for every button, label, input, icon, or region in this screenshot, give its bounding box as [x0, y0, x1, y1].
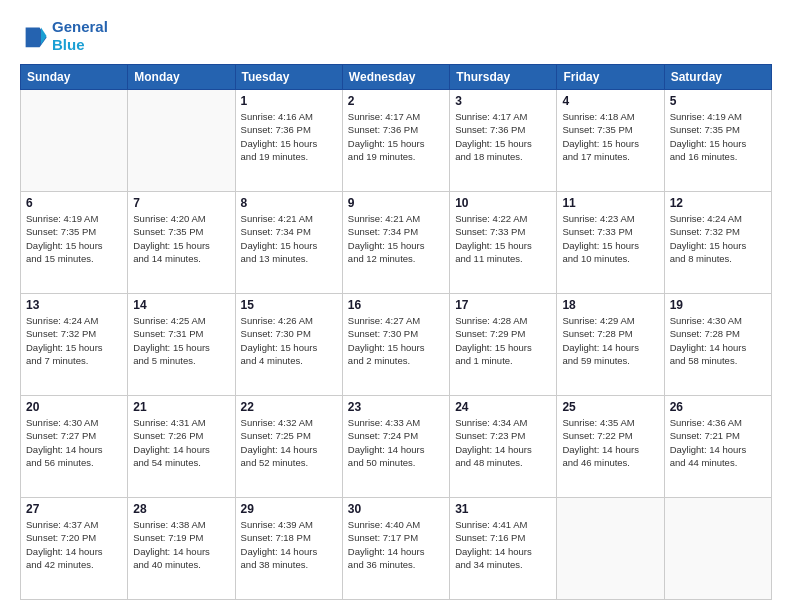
day-info: Sunrise: 4:38 AM Sunset: 7:19 PM Dayligh…: [133, 518, 229, 571]
day-number: 26: [670, 400, 766, 414]
weekday-header: Friday: [557, 65, 664, 90]
day-number: 22: [241, 400, 337, 414]
calendar-cell: 6Sunrise: 4:19 AM Sunset: 7:35 PM Daylig…: [21, 192, 128, 294]
day-number: 12: [670, 196, 766, 210]
day-number: 28: [133, 502, 229, 516]
logo: General Blue: [20, 18, 108, 54]
day-info: Sunrise: 4:21 AM Sunset: 7:34 PM Dayligh…: [348, 212, 444, 265]
calendar-cell: [128, 90, 235, 192]
calendar-cell: [664, 498, 771, 600]
day-info: Sunrise: 4:37 AM Sunset: 7:20 PM Dayligh…: [26, 518, 122, 571]
calendar-week-row: 27Sunrise: 4:37 AM Sunset: 7:20 PM Dayli…: [21, 498, 772, 600]
calendar-cell: 31Sunrise: 4:41 AM Sunset: 7:16 PM Dayli…: [450, 498, 557, 600]
calendar-cell: 26Sunrise: 4:36 AM Sunset: 7:21 PM Dayli…: [664, 396, 771, 498]
day-number: 29: [241, 502, 337, 516]
day-info: Sunrise: 4:17 AM Sunset: 7:36 PM Dayligh…: [455, 110, 551, 163]
calendar-week-row: 20Sunrise: 4:30 AM Sunset: 7:27 PM Dayli…: [21, 396, 772, 498]
day-number: 23: [348, 400, 444, 414]
day-number: 10: [455, 196, 551, 210]
day-number: 17: [455, 298, 551, 312]
day-info: Sunrise: 4:18 AM Sunset: 7:35 PM Dayligh…: [562, 110, 658, 163]
day-info: Sunrise: 4:16 AM Sunset: 7:36 PM Dayligh…: [241, 110, 337, 163]
weekday-header: Saturday: [664, 65, 771, 90]
svg-marker-1: [41, 28, 47, 45]
page: General Blue SundayMondayTuesdayWednesda…: [0, 0, 792, 612]
calendar-cell: 7Sunrise: 4:20 AM Sunset: 7:35 PM Daylig…: [128, 192, 235, 294]
weekday-header: Tuesday: [235, 65, 342, 90]
weekday-header: Monday: [128, 65, 235, 90]
calendar-cell: 24Sunrise: 4:34 AM Sunset: 7:23 PM Dayli…: [450, 396, 557, 498]
day-number: 2: [348, 94, 444, 108]
calendar-week-row: 1Sunrise: 4:16 AM Sunset: 7:36 PM Daylig…: [21, 90, 772, 192]
logo-icon: [20, 22, 48, 50]
calendar-cell: 19Sunrise: 4:30 AM Sunset: 7:28 PM Dayli…: [664, 294, 771, 396]
day-number: 6: [26, 196, 122, 210]
calendar-cell: 9Sunrise: 4:21 AM Sunset: 7:34 PM Daylig…: [342, 192, 449, 294]
day-info: Sunrise: 4:36 AM Sunset: 7:21 PM Dayligh…: [670, 416, 766, 469]
day-info: Sunrise: 4:22 AM Sunset: 7:33 PM Dayligh…: [455, 212, 551, 265]
logo-text: General Blue: [52, 18, 108, 54]
calendar-cell: 11Sunrise: 4:23 AM Sunset: 7:33 PM Dayli…: [557, 192, 664, 294]
weekday-header: Wednesday: [342, 65, 449, 90]
day-info: Sunrise: 4:23 AM Sunset: 7:33 PM Dayligh…: [562, 212, 658, 265]
calendar-cell: 4Sunrise: 4:18 AM Sunset: 7:35 PM Daylig…: [557, 90, 664, 192]
day-info: Sunrise: 4:27 AM Sunset: 7:30 PM Dayligh…: [348, 314, 444, 367]
header: General Blue: [20, 18, 772, 54]
day-info: Sunrise: 4:21 AM Sunset: 7:34 PM Dayligh…: [241, 212, 337, 265]
day-number: 8: [241, 196, 337, 210]
day-info: Sunrise: 4:29 AM Sunset: 7:28 PM Dayligh…: [562, 314, 658, 367]
day-info: Sunrise: 4:19 AM Sunset: 7:35 PM Dayligh…: [26, 212, 122, 265]
day-info: Sunrise: 4:35 AM Sunset: 7:22 PM Dayligh…: [562, 416, 658, 469]
weekday-header-row: SundayMondayTuesdayWednesdayThursdayFrid…: [21, 65, 772, 90]
calendar-cell: 5Sunrise: 4:19 AM Sunset: 7:35 PM Daylig…: [664, 90, 771, 192]
day-number: 3: [455, 94, 551, 108]
calendar-cell: 16Sunrise: 4:27 AM Sunset: 7:30 PM Dayli…: [342, 294, 449, 396]
day-number: 18: [562, 298, 658, 312]
calendar-cell: 21Sunrise: 4:31 AM Sunset: 7:26 PM Dayli…: [128, 396, 235, 498]
day-number: 13: [26, 298, 122, 312]
day-number: 5: [670, 94, 766, 108]
day-info: Sunrise: 4:17 AM Sunset: 7:36 PM Dayligh…: [348, 110, 444, 163]
calendar-cell: 8Sunrise: 4:21 AM Sunset: 7:34 PM Daylig…: [235, 192, 342, 294]
day-info: Sunrise: 4:30 AM Sunset: 7:28 PM Dayligh…: [670, 314, 766, 367]
day-info: Sunrise: 4:24 AM Sunset: 7:32 PM Dayligh…: [26, 314, 122, 367]
day-number: 20: [26, 400, 122, 414]
calendar-cell: 22Sunrise: 4:32 AM Sunset: 7:25 PM Dayli…: [235, 396, 342, 498]
calendar-cell: 17Sunrise: 4:28 AM Sunset: 7:29 PM Dayli…: [450, 294, 557, 396]
calendar-cell: 25Sunrise: 4:35 AM Sunset: 7:22 PM Dayli…: [557, 396, 664, 498]
day-number: 4: [562, 94, 658, 108]
day-info: Sunrise: 4:24 AM Sunset: 7:32 PM Dayligh…: [670, 212, 766, 265]
calendar-cell: 15Sunrise: 4:26 AM Sunset: 7:30 PM Dayli…: [235, 294, 342, 396]
day-info: Sunrise: 4:40 AM Sunset: 7:17 PM Dayligh…: [348, 518, 444, 571]
day-info: Sunrise: 4:30 AM Sunset: 7:27 PM Dayligh…: [26, 416, 122, 469]
day-number: 9: [348, 196, 444, 210]
day-number: 16: [348, 298, 444, 312]
day-info: Sunrise: 4:19 AM Sunset: 7:35 PM Dayligh…: [670, 110, 766, 163]
day-info: Sunrise: 4:31 AM Sunset: 7:26 PM Dayligh…: [133, 416, 229, 469]
day-info: Sunrise: 4:25 AM Sunset: 7:31 PM Dayligh…: [133, 314, 229, 367]
calendar-cell: 23Sunrise: 4:33 AM Sunset: 7:24 PM Dayli…: [342, 396, 449, 498]
calendar-cell: 30Sunrise: 4:40 AM Sunset: 7:17 PM Dayli…: [342, 498, 449, 600]
calendar-cell: [21, 90, 128, 192]
day-info: Sunrise: 4:39 AM Sunset: 7:18 PM Dayligh…: [241, 518, 337, 571]
day-number: 19: [670, 298, 766, 312]
day-info: Sunrise: 4:28 AM Sunset: 7:29 PM Dayligh…: [455, 314, 551, 367]
calendar-cell: 10Sunrise: 4:22 AM Sunset: 7:33 PM Dayli…: [450, 192, 557, 294]
weekday-header: Sunday: [21, 65, 128, 90]
calendar-cell: 28Sunrise: 4:38 AM Sunset: 7:19 PM Dayli…: [128, 498, 235, 600]
calendar-cell: 29Sunrise: 4:39 AM Sunset: 7:18 PM Dayli…: [235, 498, 342, 600]
calendar-cell: [557, 498, 664, 600]
day-number: 1: [241, 94, 337, 108]
day-number: 31: [455, 502, 551, 516]
calendar-cell: 1Sunrise: 4:16 AM Sunset: 7:36 PM Daylig…: [235, 90, 342, 192]
day-info: Sunrise: 4:26 AM Sunset: 7:30 PM Dayligh…: [241, 314, 337, 367]
day-number: 14: [133, 298, 229, 312]
calendar-cell: 2Sunrise: 4:17 AM Sunset: 7:36 PM Daylig…: [342, 90, 449, 192]
day-number: 15: [241, 298, 337, 312]
day-number: 21: [133, 400, 229, 414]
calendar-table: SundayMondayTuesdayWednesdayThursdayFrid…: [20, 64, 772, 600]
day-number: 25: [562, 400, 658, 414]
calendar-week-row: 13Sunrise: 4:24 AM Sunset: 7:32 PM Dayli…: [21, 294, 772, 396]
day-info: Sunrise: 4:34 AM Sunset: 7:23 PM Dayligh…: [455, 416, 551, 469]
calendar-week-row: 6Sunrise: 4:19 AM Sunset: 7:35 PM Daylig…: [21, 192, 772, 294]
